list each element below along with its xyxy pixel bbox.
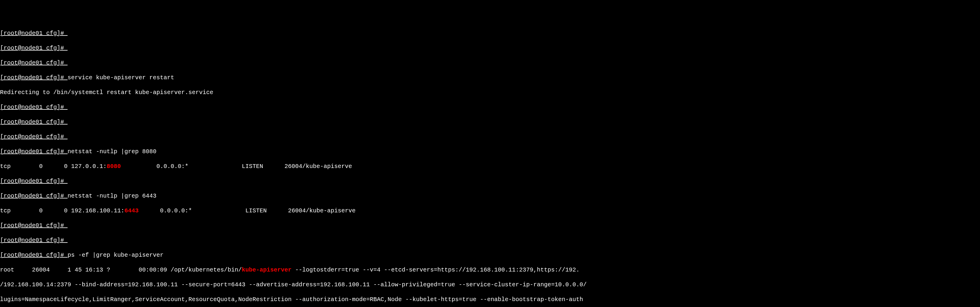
terminal-line: [root@node01 cfg]#	[0, 133, 980, 141]
terminal-line: [root@node01 cfg]#	[0, 177, 980, 185]
terminal-output: lugins=NamespaceLifecycle,LimitRanger,Se…	[0, 296, 980, 303]
terminal-output: Redirecting to /bin/systemctl restart ku…	[0, 89, 980, 96]
highlighted-port: 6443	[124, 207, 138, 214]
terminal-line: [root@node01 cfg]# service kube-apiserve…	[0, 74, 980, 81]
terminal-output: tcp 0 0 192.168.100.11:6443 0.0.0.0:* LI…	[0, 207, 980, 214]
terminal-line: [root@node01 cfg]#	[0, 44, 980, 52]
terminal-line: [root@node01 cfg]#	[0, 118, 980, 126]
terminal-output: root 26004 1 45 16:13 ? 00:00:09 /opt/ku…	[0, 266, 980, 274]
terminal-line: [root@node01 cfg]#	[0, 59, 980, 66]
terminal-line: [root@node01 cfg]#	[0, 237, 980, 244]
terminal-line: [root@node01 cfg]# netstat -nutlp |grep …	[0, 192, 980, 199]
terminal-output: tcp 0 0 127.0.0.1:8080 0.0.0.0:* LISTEN …	[0, 163, 980, 170]
terminal-line: [root@node01 cfg]#	[0, 222, 980, 229]
terminal-line: [root@node01 cfg]#	[0, 30, 980, 37]
terminal-line: [root@node01 cfg]# ps -ef |grep kube-api…	[0, 252, 980, 259]
terminal-line: [root@node01 cfg]# netstat -nutlp |grep …	[0, 148, 980, 155]
terminal-output: /192.168.100.14:2379 --bind-address=192.…	[0, 281, 980, 288]
highlighted-process: kube-apiserver	[242, 266, 291, 273]
terminal-line: [root@node01 cfg]#	[0, 103, 980, 111]
highlighted-port: 8080	[107, 163, 121, 170]
